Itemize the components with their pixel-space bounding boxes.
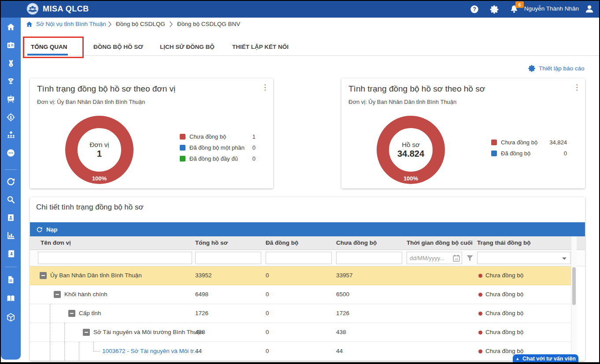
- sidebar-item-sync-icon[interactable]: [1, 176, 21, 187]
- sidebar-item-address-book-icon[interactable]: [1, 248, 21, 259]
- sidebar-item-organization-icon[interactable]: [1, 129, 21, 140]
- col-header-last-sync[interactable]: Thời gian đồng bộ cuối: [407, 236, 473, 250]
- tab-connection-setup[interactable]: THIẾT LẬP KẾT NỐI: [232, 42, 289, 52]
- legend-label: Đã đồng bộ một phần: [189, 144, 252, 151]
- table-scrollbar[interactable]: [571, 236, 577, 360]
- table-row[interactable]: Khối hành chính 6498 0 6500 Chưa đồng bộ: [30, 285, 571, 304]
- legend-item: Đã đồng bộ một phần 0: [180, 142, 256, 153]
- svg-text:1: 1: [10, 63, 12, 66]
- sidebar-divider: [5, 267, 17, 267]
- reload-button[interactable]: Nạp: [36, 226, 58, 233]
- table-row[interactable]: Ủy Ban Nhân Dân tỉnh Bình Thuận 33952 0 …: [30, 266, 571, 285]
- breadcrumb-root[interactable]: Sở Nội vụ tỉnh Bình Thuận: [36, 18, 106, 31]
- tab-sync-records[interactable]: ĐỒNG BỘ HỒ SƠ: [93, 42, 143, 52]
- sidebar-item-trophy-icon[interactable]: [1, 76, 21, 87]
- tabs-divider: [25, 55, 599, 56]
- sidebar-item-more-icon[interactable]: [1, 147, 21, 158]
- sidebar-item-cube-icon[interactable]: [1, 312, 21, 323]
- home-icon[interactable]: [26, 21, 33, 28]
- tree-guide: [50, 323, 50, 342]
- legend-value: 0: [252, 144, 256, 151]
- table-row[interactable]: Cấp tỉnh 1726 0 1726 Chưa đồng bộ: [30, 304, 571, 323]
- table-row[interactable]: 1003672 - Sở Tài nguyên và Môi tr... 44 …: [30, 342, 571, 361]
- record-donut-chart: Hồ sơ 34.824 100%: [377, 116, 445, 184]
- legend-item: Chưa đồng bộ 34,824: [491, 137, 567, 148]
- filter-funnel-icon[interactable]: [466, 254, 474, 262]
- status-dot-icon: [478, 312, 482, 316]
- cell-total: 44: [195, 342, 202, 360]
- breadcrumb: Sở Nội vụ tỉnh Bình Thuận Đồng bộ CSDLQG…: [21, 18, 600, 31]
- unit-legend: Chưa đồng bộ 1 Đã đồng bộ một phần 0 Đã …: [180, 131, 256, 164]
- filter-total-input[interactable]: [195, 252, 261, 264]
- user-name[interactable]: Nguyễn Thành Nhân: [524, 5, 579, 12]
- chat-support-button[interactable]: ▲ Chat với tư vấn viên: [513, 354, 578, 363]
- legend-label: Chưa đồng bộ: [501, 139, 549, 146]
- card-title: Tình trạng đồng bộ hồ sơ theo đơn vị: [37, 84, 175, 94]
- sidebar-item-medal-icon[interactable]: 1: [1, 58, 21, 69]
- sidebar-divider: [5, 169, 17, 170]
- report-settings-link[interactable]: Thiết lập báo cáo: [528, 64, 585, 73]
- unit-sync-status-card: Tình trạng đồng bộ hồ sơ theo đơn vị ⋮ Đ…: [30, 78, 273, 188]
- sidebar-item-search-icon[interactable]: [1, 194, 21, 205]
- sidebar-item-profile-document-icon[interactable]: [1, 212, 21, 223]
- col-header-synced[interactable]: Đã đồng bộ: [266, 236, 298, 250]
- tree-guide: [50, 304, 50, 323]
- table-row[interactable]: Sở Tài nguyên và Môi trường Bình Thuận 4…: [30, 323, 571, 342]
- tree-guide: [50, 342, 50, 360]
- avatar-icon[interactable]: [584, 4, 595, 14]
- breadcrumb-level1[interactable]: Đồng bộ CSDLQG: [116, 18, 165, 31]
- calendar-icon[interactable]: 23: [453, 254, 460, 262]
- sidebar-item-home[interactable]: [1, 22, 21, 32]
- sidebar-item-bar-chart-icon[interactable]: [1, 230, 21, 241]
- misa-logo-icon: [26, 3, 39, 15]
- cell-unit-name: Ủy Ban Nhân Dân tỉnh Bình Thuận: [50, 266, 142, 285]
- status-text: Chưa đồng bộ: [485, 272, 523, 279]
- cell-not-synced: 6500: [336, 285, 349, 304]
- help-icon[interactable]: ?: [469, 4, 480, 15]
- cell-synced: 0: [266, 342, 269, 360]
- filter-name-input[interactable]: [38, 252, 192, 264]
- unit-donut-chart: Đơn vị 1 100%: [65, 116, 133, 184]
- gear-icon[interactable]: [489, 4, 500, 15]
- cell-unit-link[interactable]: 1003672 - Sở Tài nguyên và Môi tr...: [102, 342, 199, 360]
- sidebar-item-target-person-icon[interactable]: [1, 112, 21, 122]
- cell-status: Chưa đồng bộ: [478, 266, 523, 285]
- tab-sync-history[interactable]: LỊCH SỬ ĐỒNG BỘ: [160, 42, 215, 52]
- collapse-minus-icon[interactable]: [40, 272, 47, 279]
- sidebar-item-presentation-icon[interactable]: [1, 94, 21, 104]
- donut-center-label: Hồ sơ: [402, 141, 420, 148]
- col-header-total[interactable]: Tổng hồ sơ: [195, 236, 228, 250]
- status-dot-icon: [478, 274, 482, 278]
- sidebar-item-employee-card-icon[interactable]: [1, 40, 21, 51]
- legend-value: 0: [564, 150, 567, 157]
- legend-value: 0: [252, 155, 256, 162]
- collapse-minus-icon[interactable]: [83, 329, 90, 336]
- legend-swatch-blue: [180, 145, 185, 151]
- cell-not-synced: 1726: [336, 304, 349, 323]
- tree-guide: [79, 342, 79, 360]
- scrollbar-thumb[interactable]: [572, 267, 576, 305]
- annotation-highlight-box: [23, 37, 84, 58]
- col-header-not-synced[interactable]: Chưa đồng bộ: [336, 236, 377, 250]
- app-logo: MISA QLCB: [26, 3, 89, 15]
- kebab-menu-icon[interactable]: ⋮: [261, 84, 269, 91]
- status-dot-icon: [478, 349, 482, 353]
- border-top: [0, 0, 600, 1]
- legend-label: Chưa đồng bộ: [189, 133, 252, 140]
- col-header-name[interactable]: Tên đơn vị: [41, 236, 71, 250]
- cell-unit-name: Khối hành chính: [64, 285, 107, 304]
- sidebar-item-open-book-icon[interactable]: [1, 293, 21, 304]
- collapse-minus-icon[interactable]: [68, 310, 75, 317]
- filter-not-synced-input[interactable]: [336, 252, 402, 264]
- notification-badge: 6: [515, 1, 524, 8]
- status-dot-icon: [478, 331, 482, 335]
- sidebar-item-document-icon[interactable]: [1, 274, 21, 285]
- top-header-bar: MISA QLCB ? 6 Nguyễn Thành Nhân: [0, 0, 600, 18]
- collapse-minus-icon[interactable]: [54, 291, 61, 298]
- col-header-status[interactable]: Trạng thái đồng bộ: [477, 236, 531, 250]
- filter-status-select[interactable]: [477, 252, 570, 264]
- legend-value: 1: [252, 133, 256, 140]
- kebab-menu-icon[interactable]: ⋮: [573, 84, 581, 91]
- filter-synced-input[interactable]: [266, 252, 332, 264]
- status-dot-icon: [478, 293, 482, 297]
